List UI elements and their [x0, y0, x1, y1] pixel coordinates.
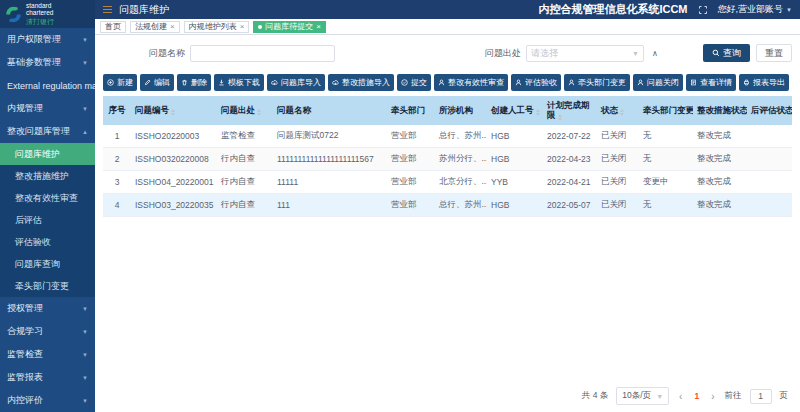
sidebar-subitem-measure-maintenance[interactable]: 整改措施维护 — [0, 165, 95, 187]
system-name: 内控合规管理信息化系统ICCM — [538, 2, 687, 17]
sidebar-item-base-params[interactable]: 基础参数管理 ▼ — [0, 51, 95, 74]
total-count: 共 4 条 — [582, 390, 608, 402]
col-source[interactable]: 问题出处 — [217, 96, 273, 125]
cell-seq: 4 — [103, 194, 131, 217]
sidebar-item-external-regulation[interactable]: External regulation manag — [0, 74, 95, 97]
button-label: 新建 — [117, 77, 133, 88]
cell-deadline: 2022-05-07 — [543, 194, 597, 217]
current-page-number[interactable]: 1 — [692, 391, 701, 401]
col-creator[interactable]: 创建人工号 — [487, 96, 543, 125]
download-icon — [218, 79, 225, 86]
button-label: 牵头部门变更 — [578, 77, 626, 88]
sidebar-item-label: 基础参数管理 — [7, 56, 61, 69]
sidebar-item-user-permissions[interactable]: 用户权限管理 ▼ — [0, 28, 95, 51]
edit-button[interactable]: 编辑 — [140, 74, 174, 91]
cell-org: 总行、苏州... — [435, 194, 487, 217]
delete-button[interactable]: 删除 — [177, 74, 211, 91]
chevron-down-icon: ▼ — [82, 398, 88, 404]
sidebar-subitem-issue-query[interactable]: 问题库查询 — [0, 253, 95, 275]
cell-dept-change: 无 — [639, 125, 693, 148]
sort-icon[interactable] — [558, 114, 562, 121]
evaluation-acceptance-button[interactable]: 评估验收 — [511, 74, 561, 91]
sidebar-item-label: 内控评价 — [7, 394, 43, 407]
hamburger-icon[interactable] — [103, 6, 112, 14]
report-export-button[interactable]: 报表导出 — [739, 74, 789, 91]
issue-name-input[interactable] — [190, 45, 335, 62]
goto-unit: 页 — [780, 390, 789, 402]
cloud-upload-icon — [271, 79, 278, 86]
table-row-selected[interactable]: 4 ISSHO03_20220035 行内自查 111 营业部 总行、苏州...… — [103, 194, 792, 217]
table-row[interactable]: 2 ISSHO0320220008 行内自查 11111111111111111… — [103, 148, 792, 171]
sidebar-subitem-post-evaluation[interactable]: 后评估 — [0, 209, 95, 231]
close-icon[interactable]: × — [240, 23, 245, 31]
cell-creator: YYB — [487, 171, 543, 194]
page-size-select[interactable]: 10条/页 ▼ — [616, 387, 669, 405]
effectiveness-review-button[interactable]: 整改有效性审查 — [434, 74, 508, 91]
standard-chartered-logo — [5, 6, 22, 23]
sidebar-subitem-issue-maintenance[interactable]: 问题库维护 — [0, 143, 95, 165]
query-button[interactable]: 查询 — [703, 44, 750, 62]
sidebar-subitem-effectiveness-review[interactable]: 整改有效性审查 — [0, 187, 95, 209]
sidebar-subitem-lead-dept-change[interactable]: 牵头部门变更 — [0, 275, 95, 297]
cell-post-eval — [747, 194, 792, 217]
measure-import-button[interactable]: 整改措施导入 — [328, 74, 394, 91]
col-status[interactable]: 状态 — [597, 96, 639, 125]
sort-icon[interactable] — [257, 109, 261, 116]
submit-button[interactable]: 提交 — [397, 74, 431, 91]
sort-icon[interactable] — [171, 109, 175, 116]
next-page-button[interactable]: › — [709, 391, 716, 402]
sidebar-subitem-evaluation-acceptance[interactable]: 评估验收 — [0, 231, 95, 253]
sidebar-item-authorization[interactable]: 授权管理 ▼ — [0, 297, 95, 320]
sidebar-item-regulatory-inspection[interactable]: 监管检查 ▼ — [0, 343, 95, 366]
issue-import-button[interactable]: 问题库导入 — [267, 74, 325, 91]
template-download-button[interactable]: 模板下载 — [214, 74, 264, 91]
close-icon[interactable]: × — [170, 23, 175, 31]
user-icon — [568, 79, 575, 86]
goto-page-input[interactable] — [750, 389, 772, 404]
create-button[interactable]: 新建 — [103, 74, 137, 91]
table-row[interactable]: 3 ISSHO04_20220001 行内自查 11111 营业部 北京分行、.… — [103, 171, 792, 194]
sidebar-item-internal-rules[interactable]: 内规管理 ▼ — [0, 97, 95, 120]
view-detail-button[interactable]: 查看详情 — [686, 74, 736, 91]
close-issue-button[interactable]: 问题关闭 — [633, 74, 683, 91]
reset-button[interactable]: 重置 — [756, 44, 792, 62]
col-deadline[interactable]: 计划完成期限 — [543, 96, 597, 125]
issue-source-select[interactable]: 请选择 ▼ — [526, 45, 644, 62]
cell-issue-id: ISSHO03_20220035 — [131, 194, 217, 217]
tab-internal-rules-list[interactable]: 内规维护列表 × — [184, 21, 250, 33]
sidebar-item-issue-library-mgmt[interactable]: 整改问题库管理 ▲ — [0, 120, 95, 143]
col-label: 创建人工号 — [491, 105, 534, 115]
col-issue-id[interactable]: 问题编号 — [131, 96, 217, 125]
cell-post-eval — [747, 125, 792, 148]
sidebar-item-regulatory-reports[interactable]: 监管报表 ▼ — [0, 366, 95, 389]
cell-deadline: 2022-04-21 — [543, 171, 597, 194]
cell-creator: HGB — [487, 125, 543, 148]
lead-dept-change-button[interactable]: 牵头部门变更 — [564, 74, 630, 91]
sidebar-item-label: External regulation manag — [7, 81, 95, 91]
col-measure-status: 整改措施状态 — [693, 96, 747, 125]
sort-icon[interactable] — [620, 109, 624, 116]
cell-dept-change: 变更中 — [639, 171, 693, 194]
close-icon[interactable]: × — [316, 23, 321, 31]
pagination: 共 4 条 10条/页 ▼ ‹ 1 › 前往 页 — [103, 382, 792, 412]
prev-page-button[interactable]: ‹ — [677, 391, 684, 402]
cell-status: 已关闭 — [597, 148, 639, 171]
goto-label: 前往 — [725, 390, 742, 402]
collapse-search-icon[interactable]: ∧ — [652, 49, 658, 58]
col-dept-change: 牵头部门变更 — [639, 96, 693, 125]
issue-source-label: 问题出处 — [485, 47, 521, 60]
sort-icon[interactable] — [536, 109, 540, 116]
tab-home[interactable]: 首页 — [100, 21, 126, 33]
fullscreen-icon[interactable] — [698, 5, 708, 15]
sidebar-item-internal-evaluation[interactable]: 内控评价 ▼ — [0, 389, 95, 412]
cell-seq: 1 — [103, 125, 131, 148]
cell-creator: HGB — [487, 194, 543, 217]
sidebar-item-compliance-learning[interactable]: 合规学习 ▼ — [0, 320, 95, 343]
sidebar-menu: 用户权限管理 ▼ 基础参数管理 ▼ External regulation ma… — [0, 28, 95, 412]
trash-icon — [181, 79, 188, 86]
tab-issues-pending-submit[interactable]: 问题库待提交 × — [253, 21, 326, 33]
table-row[interactable]: 1 ISSHO20220003 监管检查 问题库测试0722 营业部 总行、苏州… — [103, 125, 792, 148]
user-account-menu[interactable]: 您好,营业部账号 ▼ — [718, 3, 792, 16]
tab-regulation-create[interactable]: 法规创建 × — [130, 21, 180, 33]
greeting-text: 您好,营业部账号 — [718, 3, 784, 16]
